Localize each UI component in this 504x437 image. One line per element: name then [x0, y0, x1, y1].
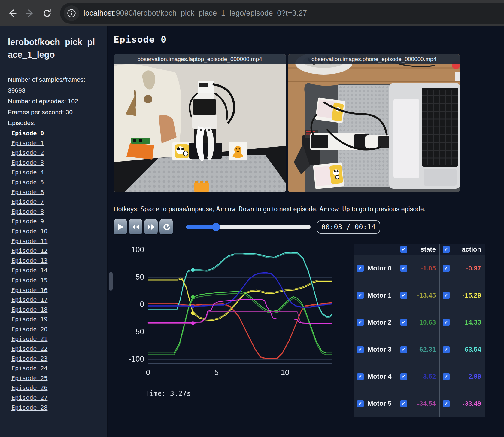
video-laptop-frame: [114, 54, 286, 192]
checkbox[interactable]: ✓: [400, 246, 407, 253]
state-value: 10.63: [407, 319, 436, 326]
episode-link-episode-18[interactable]: Episode 18: [8, 305, 99, 315]
checkbox[interactable]: ✓: [357, 265, 364, 272]
address-bar[interactable]: localhost:9090/lerobot/koch_pick_place_1…: [60, 3, 504, 24]
state-value: -34.54: [407, 400, 436, 408]
checkbox[interactable]: ✓: [443, 292, 450, 299]
episode-link-episode-5[interactable]: Episode 5: [8, 177, 99, 187]
checkbox[interactable]: ✓: [443, 319, 450, 326]
checkbox[interactable]: ✓: [400, 265, 407, 272]
episode-link-episode-3[interactable]: Episode 3: [8, 158, 99, 168]
checkbox[interactable]: ✓: [400, 292, 407, 299]
checkbox[interactable]: ✓: [400, 346, 407, 353]
episode-link-episode-22[interactable]: Episode 22: [8, 344, 99, 354]
episode-link-episode-1[interactable]: Episode 1: [8, 138, 99, 148]
replay-button[interactable]: [159, 219, 173, 234]
playback-controls: 00:03 / 00:14: [114, 219, 380, 234]
episode-link-episode-21[interactable]: Episode 21: [8, 334, 99, 344]
stat-fps: Frames per second: 30: [8, 107, 98, 118]
seek-fill: [186, 225, 216, 229]
episode-link-episode-28[interactable]: Episode 28: [8, 403, 99, 413]
replay-icon: [162, 223, 170, 231]
episode-link-episode-19[interactable]: Episode 19: [8, 314, 99, 324]
episode-link-episode-24[interactable]: Episode 24: [8, 363, 99, 373]
seek-thumb[interactable]: [212, 223, 220, 231]
table-row: ✓Motor 3✓62.31✓63.54: [354, 336, 485, 363]
motor-label: Motor 5: [368, 400, 391, 408]
episode-link-episode-10[interactable]: Episode 10: [8, 226, 99, 236]
table-row: ✓Motor 1✓-13.45✓-15.29: [354, 282, 485, 309]
table-row: ✓Motor 5✓-34.54✓-33.49: [354, 390, 485, 417]
episode-link-episode-12[interactable]: Episode 12: [8, 246, 99, 256]
reload-icon[interactable]: [42, 8, 52, 18]
checkbox[interactable]: ✓: [443, 265, 450, 272]
play-icon: [117, 223, 124, 231]
header-action: ✓action: [440, 244, 485, 255]
sidebar: lerobot/koch_pick_place_1_lego Number of…: [0, 26, 108, 437]
episode-link-episode-23[interactable]: Episode 23: [8, 354, 99, 364]
checkbox[interactable]: ✓: [357, 319, 364, 326]
hotkey-text: Hotkeys:: [114, 206, 141, 213]
play-button[interactable]: [114, 219, 127, 234]
checkbox[interactable]: ✓: [443, 373, 450, 380]
fast-forward-button[interactable]: [144, 219, 158, 234]
episode-link-episode-7[interactable]: Episode 7: [8, 197, 99, 207]
episode-link-episode-4[interactable]: Episode 4: [8, 167, 99, 177]
video-row: observation.images.laptop_episode_000000…: [114, 54, 504, 192]
rewind-icon: [132, 223, 140, 231]
video-laptop-label: observation.images.laptop_episode_000000…: [114, 54, 286, 64]
episode-link-episode-2[interactable]: Episode 2: [8, 148, 99, 158]
motor-label: Motor 1: [368, 292, 391, 299]
back-icon[interactable]: [7, 8, 17, 18]
motor-label: Motor 2: [368, 319, 391, 326]
checkbox[interactable]: ✓: [400, 373, 407, 380]
rewind-button[interactable]: [129, 219, 142, 234]
checkbox[interactable]: ✓: [400, 319, 407, 326]
forward-icon[interactable]: [25, 8, 35, 18]
motor-chart[interactable]: Time: 3.27s: [114, 239, 336, 417]
checkbox[interactable]: ✓: [357, 292, 364, 299]
main-content: Episode 0 observation.images.laptop_epis…: [108, 26, 504, 437]
dataset-stats: Number of samples/frames: 39693 Number o…: [8, 74, 98, 128]
episode-link-episode-9[interactable]: Episode 9: [8, 216, 99, 226]
motor-label: Motor 3: [368, 346, 391, 353]
checkbox[interactable]: ✓: [357, 400, 364, 407]
episode-link-episode-16[interactable]: Episode 16: [8, 285, 99, 295]
action-value: -33.49: [450, 400, 481, 408]
video-laptop[interactable]: observation.images.laptop_episode_000000…: [114, 54, 286, 192]
hotkey-key: Space: [141, 206, 159, 213]
episode-link-episode-13[interactable]: Episode 13: [8, 256, 99, 266]
episode-link-episode-14[interactable]: Episode 14: [8, 265, 99, 275]
checkbox[interactable]: ✓: [443, 246, 450, 253]
action-value: -15.29: [450, 292, 481, 299]
scrollbar-thumb[interactable]: [109, 272, 113, 291]
checkbox[interactable]: ✓: [357, 346, 364, 353]
episode-link-episode-25[interactable]: Episode 25: [8, 373, 99, 383]
episode-link-episode-8[interactable]: Episode 8: [8, 207, 99, 217]
episode-link-episode-15[interactable]: Episode 15: [8, 275, 99, 285]
hotkey-key: Arrow Up: [320, 206, 350, 213]
episode-link-episode-26[interactable]: Episode 26: [8, 383, 99, 393]
checkbox[interactable]: ✓: [443, 346, 450, 353]
checkbox[interactable]: ✓: [400, 400, 407, 407]
table-row: ✓Motor 2✓10.63✓14.33: [354, 309, 485, 336]
episode-link-episode-11[interactable]: Episode 11: [8, 236, 99, 246]
checkbox[interactable]: ✓: [357, 373, 364, 380]
site-info-icon[interactable]: [64, 5, 79, 21]
motor-chart-canvas[interactable]: [114, 239, 336, 380]
episode-link-episode-27[interactable]: Episode 27: [8, 393, 99, 403]
episode-link-episode-17[interactable]: Episode 17: [8, 295, 99, 305]
video-phone[interactable]: observation.images.phone_episode_000000.…: [288, 54, 460, 192]
stat-samples: Number of samples/frames: 39693: [8, 74, 98, 96]
episode-link-episode-0[interactable]: Episode 0: [8, 128, 99, 138]
hotkey-text: to go to previous episode.: [350, 206, 426, 213]
checkbox[interactable]: ✓: [443, 400, 450, 407]
action-value: -0.97: [450, 264, 481, 272]
episode-link-episode-20[interactable]: Episode 20: [8, 324, 99, 334]
motor-label: Motor 0: [368, 264, 391, 272]
video-phone-frame: [288, 54, 460, 192]
seek-slider[interactable]: [186, 225, 311, 229]
table-row: ✓Motor 0✓-1.05✓-0.97: [354, 255, 485, 282]
time-display: 00:03 / 00:14: [317, 220, 380, 234]
episode-link-episode-6[interactable]: Episode 6: [8, 187, 99, 197]
